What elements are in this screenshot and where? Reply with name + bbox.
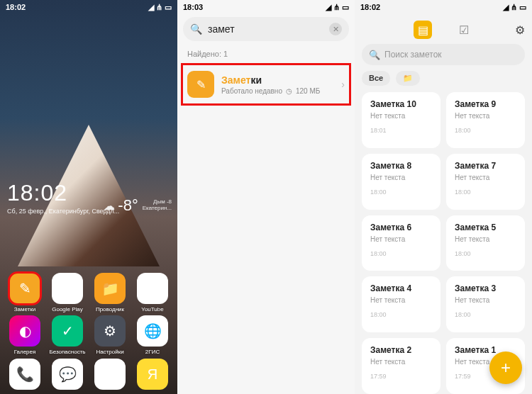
note-card[interactable]: Заметка 10Нет текста18:01 bbox=[362, 92, 440, 148]
app-files[interactable]: 📁Проводник bbox=[89, 273, 131, 313]
dock-messages[interactable]: 💬 bbox=[52, 359, 83, 390]
note-title: Заметка 8 bbox=[370, 161, 432, 171]
plus-icon: + bbox=[501, 358, 511, 378]
note-card[interactable]: Заметка 8Нет текста18:00 bbox=[362, 154, 440, 210]
app-label: Проводник bbox=[96, 306, 124, 313]
note-card[interactable]: Заметка 6Нет текста18:00 bbox=[362, 215, 440, 271]
note-card[interactable]: Заметка 3Нет текста18:00 bbox=[446, 276, 525, 332]
dock-yandex[interactable]: Я bbox=[137, 359, 168, 390]
search-input[interactable]: замет bbox=[202, 23, 329, 35]
status-icons: ◢ ⋔ ▭ bbox=[148, 3, 172, 12]
note-title: Заметка 5 bbox=[455, 223, 516, 232]
status-time: 18:03 bbox=[183, 3, 203, 11]
note-card[interactable]: Заметка 4Нет текста18:00 bbox=[362, 276, 440, 332]
note-time: 17:59 bbox=[370, 373, 432, 380]
app-settings-icon: ⚙ bbox=[94, 315, 126, 347]
note-grid: Заметка 10Нет текста18:01Заметка 9Нет те… bbox=[362, 92, 525, 394]
dock-phone[interactable]: 📞 bbox=[9, 359, 40, 390]
weather-temp: -8° bbox=[118, 196, 138, 215]
app-youtube[interactable]: ▶YouTube bbox=[131, 273, 174, 313]
notes-search[interactable]: 🔍 Поиск заметок bbox=[362, 44, 525, 65]
note-time: 18:00 bbox=[455, 188, 516, 196]
status-time: 18:02 bbox=[360, 3, 380, 11]
app-security-icon: ✓ bbox=[52, 315, 83, 347]
note-time: 18:00 bbox=[455, 311, 516, 318]
filter-all[interactable]: Все bbox=[362, 71, 390, 86]
note-card[interactable]: Заметка 7Нет текста18:00 bbox=[446, 154, 525, 210]
status-bar: 18:02 ◢ ⋔ ▭ bbox=[355, 0, 532, 14]
note-card[interactable]: Заметка 5Нет текста18:00 bbox=[446, 215, 525, 271]
gear-icon[interactable]: ⚙ bbox=[515, 23, 525, 37]
app-gallery[interactable]: ◐Галерея bbox=[4, 315, 46, 355]
note-preview: Нет текста bbox=[370, 358, 432, 366]
note-preview: Нет текста bbox=[455, 296, 516, 304]
status-bar: 18:02 ◢ ⋔ ▭ bbox=[0, 0, 177, 14]
search-bar[interactable]: 🔍 замет ✕ bbox=[183, 17, 349, 41]
notes-app: 18:02 ◢ ⋔ ▭ ▤ ☑ ⚙ 🔍 Поиск заметок Все 📁 … bbox=[355, 0, 532, 394]
app-security[interactable]: ✓Безопасность bbox=[46, 315, 89, 355]
status-time: 18:02 bbox=[6, 3, 26, 11]
clear-icon[interactable]: ✕ bbox=[329, 23, 342, 35]
notes-app-icon: ✎ bbox=[187, 71, 214, 98]
notes-search-placeholder: Поиск заметок bbox=[384, 50, 442, 60]
battery-icon: ▭ bbox=[165, 3, 172, 12]
battery-icon: ▭ bbox=[342, 3, 349, 12]
storage-icon: ◷ bbox=[286, 87, 292, 95]
app-2gis[interactable]: 🌐2ГИС bbox=[131, 315, 174, 355]
note-title: Заметка 4 bbox=[370, 283, 432, 293]
app-settings[interactable]: ⚙Настройки bbox=[89, 315, 131, 355]
note-time: 18:00 bbox=[370, 188, 432, 196]
signal-icon: ◢ bbox=[148, 3, 154, 12]
add-note-button[interactable]: + bbox=[489, 351, 522, 384]
note-title: Заметка 6 bbox=[370, 223, 432, 232]
app-files-icon: 📁 bbox=[94, 273, 126, 304]
result-subtitle: Работало недавно ◷ 120 МБ bbox=[221, 87, 341, 95]
note-preview: Нет текста bbox=[370, 112, 432, 120]
filter-row: Все 📁 bbox=[362, 71, 420, 86]
wifi-icon: ⋔ bbox=[156, 3, 162, 12]
note-title: Заметка 7 bbox=[455, 161, 516, 171]
note-title: Заметка 10 bbox=[370, 99, 432, 109]
battery-icon: ▭ bbox=[519, 3, 526, 12]
wifi-icon: ⋔ bbox=[511, 3, 517, 12]
top-tabs: ▤ ☑ ⚙ bbox=[355, 17, 532, 43]
weather-widget[interactable]: ☁ -8° Дым -8Екатерин... bbox=[104, 196, 172, 215]
status-icons: ◢ ⋔ ▭ bbox=[326, 3, 349, 12]
note-card[interactable]: Заметка 9Нет текста18:00 bbox=[446, 92, 525, 148]
note-time: 18:00 bbox=[455, 127, 516, 134]
dock-play[interactable]: ▶ bbox=[94, 359, 126, 390]
result-title: Заметки bbox=[221, 74, 341, 86]
weather-sub: Дым -8Екатерин... bbox=[143, 199, 172, 212]
tab-tasks-icon[interactable]: ☑ bbox=[455, 21, 473, 39]
note-time: 18:00 bbox=[455, 250, 516, 257]
chevron-right-icon: › bbox=[341, 79, 345, 90]
home-screen: 18:02 ◢ ⋔ ▭ 18:02 Сб, 25 февр., Екатерин… bbox=[0, 0, 177, 394]
status-icons: ◢ ⋔ ▭ bbox=[503, 3, 526, 12]
note-preview: Нет текста bbox=[455, 112, 516, 120]
app-label: Заметки bbox=[14, 306, 36, 313]
clock-time: 18:02 bbox=[7, 180, 119, 206]
app-label: YouTube bbox=[141, 306, 163, 313]
results-count: Найдено: 1 bbox=[187, 50, 228, 58]
app-gallery-icon: ◐ bbox=[9, 315, 40, 347]
clock-widget[interactable]: 18:02 Сб, 25 февр., Екатеринбург, Свердл… bbox=[7, 180, 119, 215]
tab-notes-icon[interactable]: ▤ bbox=[414, 21, 432, 39]
filter-folder[interactable]: 📁 bbox=[396, 71, 420, 86]
app-notes[interactable]: ✎Заметки bbox=[4, 273, 46, 313]
wallpaper-mountain bbox=[0, 82, 177, 266]
app-notes-icon: ✎ bbox=[9, 273, 40, 304]
note-title: Заметка 9 bbox=[455, 99, 516, 109]
app-label: 2ГИС bbox=[145, 349, 160, 355]
app-label: Google Play bbox=[52, 306, 83, 313]
dock: 📞💬▶Я bbox=[0, 359, 177, 390]
search-result-notes[interactable]: ✎ Заметки Работало недавно ◷ 120 МБ › bbox=[182, 64, 350, 105]
folder-icon: 📁 bbox=[403, 74, 413, 83]
search-screen: 18:03 ◢ ⋔ ▭ 🔍 замет ✕ Найдено: 1 ✎ Замет… bbox=[177, 0, 355, 394]
wifi-icon: ⋔ bbox=[333, 3, 340, 12]
app-grid: ✎Заметки▶Google Play📁Проводник▶YouTube◐Г… bbox=[0, 273, 177, 355]
app-play[interactable]: ▶Google Play bbox=[46, 273, 89, 313]
app-label: Галерея bbox=[14, 349, 36, 355]
note-time: 18:00 bbox=[370, 250, 432, 257]
note-card[interactable]: Заметка 2Нет текста17:59 bbox=[362, 338, 440, 394]
clock-date: Сб, 25 февр., Екатеринбург, Свердл... bbox=[7, 208, 119, 215]
